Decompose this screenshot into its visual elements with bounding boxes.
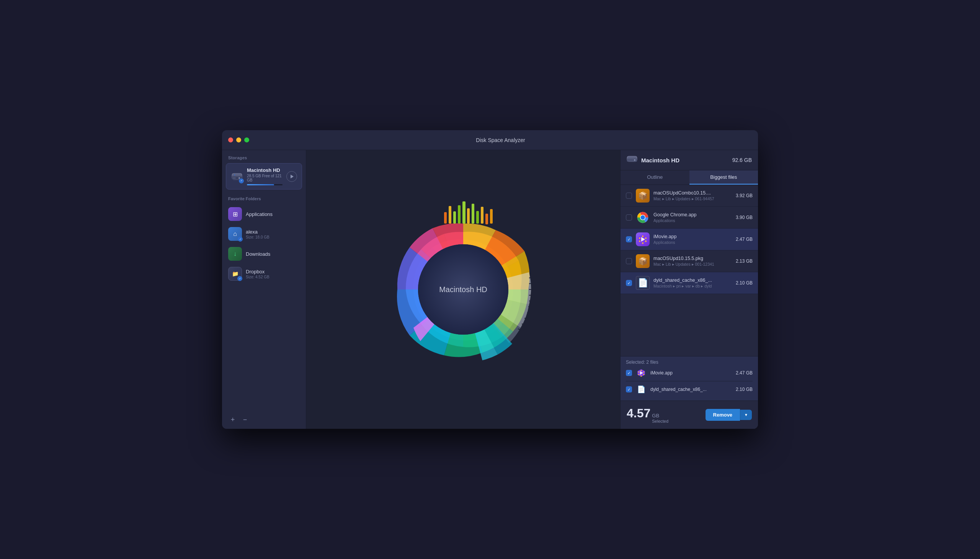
svg-rect-15 — [449, 206, 451, 223]
panel-drive-icon — [627, 155, 637, 165]
right-panel: Macintosh HD 92.6 GB Outline Biggest fil… — [620, 150, 758, 429]
remove-folder-button[interactable]: − — [240, 415, 250, 424]
dropbox-info: Dropbox Size: 4.52 GB — [246, 269, 300, 279]
home-icon: ⌂ ✓ — [228, 227, 242, 241]
sidebar: Storages ✓ Macintosh HD 28.5 GB Fre — [222, 150, 306, 429]
svg-rect-14 — [453, 211, 456, 223]
svg-line-23 — [527, 313, 545, 314]
selected-count-label: Selected: 2 files — [626, 359, 753, 365]
main-content: Storages ✓ Macintosh HD 28.5 GB Fre — [222, 150, 758, 429]
add-folder-button[interactable]: + — [228, 415, 237, 424]
file-icon-5: 📄 — [636, 276, 649, 290]
storage-info: Macintosh HD 28.5 GB Free of 121 GB — [247, 167, 283, 185]
pkg-icon-2: 📦 — [636, 254, 649, 268]
sel-name-2: dyld_shared_cache_x86_... — [650, 387, 732, 392]
sidebar-item-downloads[interactable]: ↓ Downloads — [222, 244, 306, 264]
downloads-name: Downloads — [246, 251, 300, 257]
file-item-4[interactable]: 📦 macOSUpd10.15.5.pkg Mac ▸ Lib ▸ Update… — [621, 250, 758, 272]
svg-point-37 — [645, 237, 646, 239]
file-info-1: macOSUpdCombo10.15.... Mac ▸ Lib ▸ Updat… — [653, 190, 732, 201]
disk-chart: Macintosh HD — [364, 190, 563, 389]
remove-button-group: Remove ▼ — [706, 409, 752, 421]
storage-name: Macintosh HD — [247, 167, 283, 173]
downloads-info: Downloads — [246, 251, 300, 257]
svg-rect-11 — [486, 213, 488, 224]
svg-point-46 — [640, 375, 641, 377]
maximize-button[interactable] — [244, 137, 249, 142]
file-size-2: 3.90 GB — [736, 215, 753, 220]
dropbox-name: Dropbox — [246, 269, 300, 275]
chrome-icon — [636, 210, 649, 224]
file-size-5: 2.10 GB — [736, 280, 753, 286]
selected-file-2: 📄 dyld_shared_cache_x86_... 2.10 GB — [626, 381, 753, 397]
svg-rect-13 — [458, 205, 461, 223]
svg-point-28 — [418, 244, 508, 335]
play-button[interactable] — [286, 171, 297, 182]
storage-macintosh-hd[interactable]: ✓ Macintosh HD 28.5 GB Free of 121 GB — [226, 163, 302, 190]
favorites-label: Favorite Folders — [222, 190, 306, 204]
applications-icon: ⊞ — [228, 207, 242, 221]
selected-file-1: iMovie.app 2.47 GB — [626, 365, 753, 381]
tab-outline[interactable]: Outline — [621, 170, 689, 185]
selected-total: 4.57 GB Selected — [627, 406, 668, 423]
app-window: Disk Space Analyzer Storages ✓ — [222, 130, 758, 429]
dropbox-size: Size: 4.52 GB — [246, 275, 300, 279]
tab-biggest-files[interactable]: Biggest files — [689, 170, 759, 185]
storage-bar — [247, 184, 283, 185]
panel-header: Macintosh HD 92.6 GB — [621, 150, 758, 170]
sel-imovie-icon — [636, 367, 646, 378]
sidebar-item-dropbox[interactable]: 📁 ✓ Dropbox Size: 4.52 GB — [222, 264, 306, 284]
file-path-3: Applications — [653, 240, 732, 245]
svg-rect-6 — [463, 202, 466, 223]
alexa-info: alexa Size: 18.0 GB — [246, 229, 300, 239]
applications-name: Applications — [246, 211, 300, 217]
sidebar-item-applications[interactable]: ⊞ Applications — [222, 204, 306, 224]
svg-point-43 — [640, 370, 641, 371]
svg-point-44 — [643, 371, 644, 372]
file-item-3[interactable]: iMovie.app Applications 2.47 GB — [621, 228, 758, 250]
total-sub: Selected — [652, 419, 668, 423]
file-checkbox-2[interactable] — [626, 214, 632, 220]
downloads-icon: ↓ — [228, 247, 242, 261]
sel-size-2: 2.10 GB — [736, 387, 753, 392]
sidebar-item-alexa[interactable]: ⌂ ✓ alexa Size: 18.0 GB — [222, 224, 306, 244]
minimize-button[interactable] — [236, 137, 241, 142]
storage-size-info: 28.5 GB Free of 121 GB — [247, 174, 283, 182]
close-button[interactable] — [228, 137, 233, 142]
imovie-icon — [636, 232, 649, 246]
svg-line-24 — [524, 318, 543, 321]
file-size-4: 2.13 GB — [736, 258, 753, 264]
file-name-2: Google Chrome.app — [653, 212, 732, 217]
file-name-1: macOSUpdCombo10.15.... — [653, 190, 732, 196]
alexa-name: alexa — [246, 229, 300, 235]
file-item-5[interactable]: 📄 dyld_shared_cache_x86_... Macintosh ▸ … — [621, 272, 758, 294]
svg-rect-7 — [467, 208, 470, 223]
svg-rect-10 — [481, 207, 484, 223]
svg-point-45 — [643, 374, 644, 375]
sel-checkbox-2[interactable] — [626, 386, 632, 392]
svg-point-39 — [642, 242, 643, 244]
file-item-1[interactable]: 📦 macOSUpdCombo10.15.... Mac ▸ Lib ▸ Upd… — [621, 185, 758, 207]
sel-checkbox-1[interactable] — [626, 370, 632, 376]
svg-rect-8 — [472, 204, 474, 223]
svg-rect-9 — [476, 211, 479, 223]
file-name-3: iMovie.app — [653, 234, 732, 239]
storage-bar-fill — [247, 184, 274, 185]
file-size-1: 3.92 GB — [736, 193, 753, 198]
file-checkbox-1[interactable] — [626, 193, 632, 199]
file-item-2[interactable]: Google Chrome.app Applications 3.90 GB — [621, 207, 758, 228]
file-checkbox-5[interactable] — [626, 280, 632, 286]
svg-point-41 — [639, 237, 640, 239]
panel-size: 92.6 GB — [732, 157, 752, 163]
svg-line-25 — [522, 324, 540, 328]
traffic-lights — [228, 137, 249, 142]
file-checkbox-4[interactable] — [626, 258, 632, 264]
file-path-4: Mac ▸ Lib ▸ Updates ▸ 001-12341 — [653, 262, 732, 266]
remove-dropdown-arrow[interactable]: ▼ — [740, 410, 752, 420]
file-name-4: macOSUpd10.15.5.pkg — [653, 256, 732, 261]
panel-title: Macintosh HD — [641, 157, 729, 164]
remove-button[interactable]: Remove — [706, 409, 740, 421]
file-checkbox-3[interactable] — [626, 236, 632, 242]
hard-drive-icon: ✓ — [231, 170, 243, 183]
svg-rect-16 — [444, 212, 447, 223]
